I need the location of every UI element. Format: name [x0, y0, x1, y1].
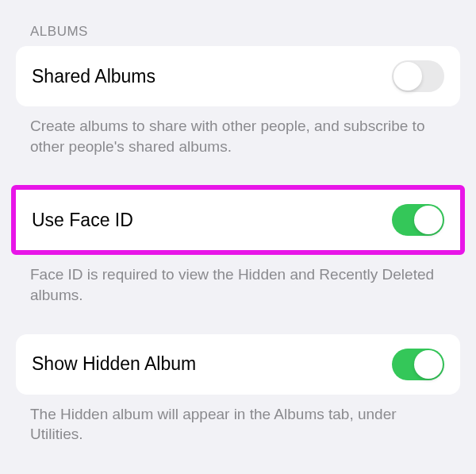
setting-description: Face ID is required to view the Hidden a… — [16, 255, 460, 305]
settings-container: ALBUMS Shared Albums Create albums to sh… — [0, 0, 476, 445]
spacer — [16, 156, 460, 185]
setting-row-shared-albums[interactable]: Shared Albums — [16, 46, 460, 106]
spacer — [16, 306, 460, 334]
setting-row-use-face-id[interactable]: Use Face ID — [16, 190, 460, 250]
setting-description: Create albums to share with other people… — [16, 106, 460, 156]
toggle-knob — [414, 350, 443, 379]
toggle-shared-albums[interactable] — [392, 60, 444, 92]
setting-label: Use Face ID — [32, 210, 133, 231]
toggle-show-hidden-album[interactable] — [392, 349, 444, 380]
toggle-knob — [414, 206, 443, 234]
toggle-knob — [393, 62, 422, 91]
setting-description: The Hidden album will appear in the Albu… — [16, 395, 460, 445]
setting-row-show-hidden-album[interactable]: Show Hidden Album — [16, 334, 460, 395]
section-header: ALBUMS — [16, 0, 460, 46]
setting-label: Shared Albums — [32, 66, 155, 87]
highlight-annotation: Use Face ID — [11, 185, 465, 255]
setting-label: Show Hidden Album — [32, 353, 196, 375]
toggle-use-face-id[interactable] — [392, 204, 444, 236]
